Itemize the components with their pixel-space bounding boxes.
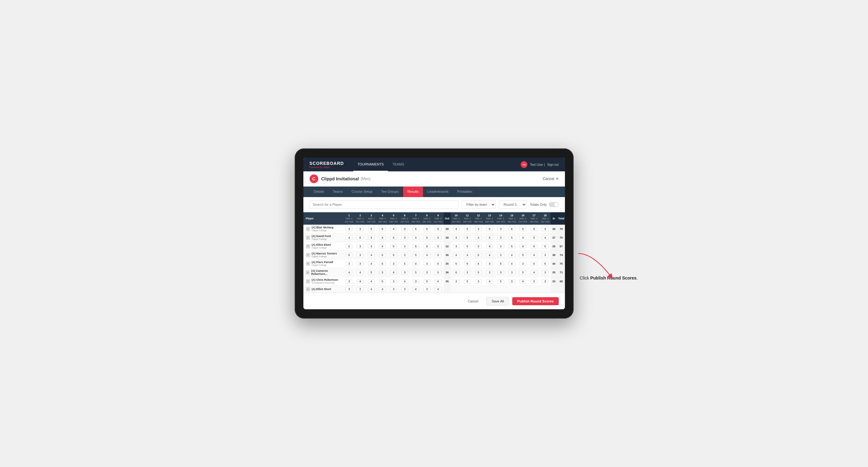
score-hole-6[interactable] [399, 225, 410, 234]
tab-leaderboards[interactable]: Leaderboards [423, 187, 453, 197]
score-hole-4[interactable] [377, 277, 388, 286]
score-input-hole-8[interactable] [424, 244, 430, 249]
score-hole-17[interactable] [528, 268, 539, 277]
score-input-hole-7[interactable] [412, 261, 419, 266]
score-hole-4[interactable] [377, 268, 388, 277]
score-hole-15[interactable] [506, 251, 518, 259]
score-input-hole-14[interactable] [497, 270, 504, 275]
score-input-hole-3[interactable] [368, 270, 375, 275]
score-input-hole-5[interactable] [390, 236, 397, 240]
score-input-hole-10[interactable] [453, 244, 460, 249]
score-hole-9[interactable] [433, 268, 444, 277]
score-hole-10[interactable] [451, 242, 462, 251]
score-hole-5[interactable] [388, 242, 399, 251]
score-input-hole-16[interactable] [519, 244, 526, 249]
score-hole-17[interactable] [528, 286, 539, 293]
score-input-hole-17[interactable] [530, 270, 537, 275]
score-input-hole-16[interactable] [519, 270, 526, 275]
score-hole-11[interactable] [462, 242, 473, 251]
score-input-hole-12[interactable] [475, 227, 482, 231]
score-hole-6[interactable] [399, 259, 410, 268]
score-hole-1[interactable] [344, 259, 355, 268]
nav-teams[interactable]: TEAMS [388, 158, 408, 172]
score-input-hole-9[interactable] [435, 270, 442, 275]
score-hole-3[interactable] [366, 234, 377, 242]
score-input-hole-7[interactable] [412, 270, 419, 275]
score-input-hole-6[interactable] [401, 279, 408, 284]
score-input-hole-5[interactable] [390, 244, 397, 249]
score-hole-1[interactable] [344, 286, 355, 293]
score-hole-16[interactable] [518, 286, 529, 293]
score-input-hole-6[interactable] [401, 287, 408, 291]
score-hole-4[interactable] [377, 225, 388, 234]
score-hole-15[interactable] [506, 234, 518, 242]
score-input-hole-8[interactable] [424, 236, 430, 240]
score-hole-5[interactable] [388, 268, 399, 277]
score-hole-18[interactable] [539, 259, 551, 268]
score-hole-4[interactable] [377, 234, 388, 242]
score-hole-14[interactable] [495, 286, 506, 293]
score-hole-3[interactable] [366, 259, 377, 268]
score-input-hole-8[interactable] [424, 287, 430, 291]
score-input-hole-17[interactable] [530, 279, 537, 284]
score-input-hole-9[interactable] [435, 236, 442, 240]
score-input-hole-18[interactable] [542, 279, 549, 284]
score-hole-15[interactable] [506, 277, 518, 286]
score-input-hole-16[interactable] [519, 227, 526, 231]
score-hole-15[interactable] [506, 268, 518, 277]
score-hole-17[interactable] [528, 234, 539, 242]
score-hole-7[interactable] [410, 259, 422, 268]
score-hole-13[interactable] [484, 242, 495, 251]
score-hole-7[interactable] [410, 225, 422, 234]
score-hole-11[interactable] [462, 277, 473, 286]
score-input-hole-17[interactable] [530, 261, 537, 266]
score-hole-17[interactable] [528, 225, 539, 234]
score-input-hole-3[interactable] [368, 253, 375, 257]
score-input-hole-3[interactable] [368, 227, 375, 231]
score-input-hole-11[interactable] [464, 227, 471, 231]
score-hole-9[interactable] [433, 242, 444, 251]
score-hole-13[interactable] [484, 277, 495, 286]
score-hole-3[interactable] [366, 251, 377, 259]
score-input-hole-16[interactable] [519, 279, 526, 284]
score-input-hole-5[interactable] [390, 227, 397, 231]
score-input-hole-4[interactable] [379, 227, 386, 231]
score-hole-2[interactable] [354, 277, 366, 286]
score-hole-4[interactable] [377, 242, 388, 251]
score-input-hole-10[interactable] [453, 253, 460, 257]
score-input-hole-18[interactable] [542, 227, 549, 231]
score-hole-14[interactable] [495, 225, 506, 234]
score-hole-18[interactable] [539, 277, 551, 286]
score-input-hole-2[interactable] [357, 279, 364, 284]
score-input-hole-11[interactable] [464, 244, 471, 249]
tab-course-setup[interactable]: Course Setup [347, 187, 377, 197]
score-input-hole-15[interactable] [508, 270, 515, 275]
score-hole-8[interactable] [422, 225, 433, 234]
score-input-hole-17[interactable] [530, 227, 537, 231]
score-hole-7[interactable] [410, 234, 422, 242]
score-input-hole-3[interactable] [368, 287, 375, 291]
score-hole-1[interactable] [344, 277, 355, 286]
score-hole-4[interactable] [377, 286, 388, 293]
score-input-hole-6[interactable] [401, 227, 408, 231]
score-input-hole-8[interactable] [424, 261, 430, 266]
score-hole-13[interactable] [484, 286, 495, 293]
score-input-hole-1[interactable] [345, 279, 352, 284]
score-input-hole-18[interactable] [542, 261, 549, 266]
score-input-hole-8[interactable] [424, 270, 430, 275]
score-hole-8[interactable] [422, 268, 433, 277]
score-input-hole-12[interactable] [475, 270, 482, 275]
score-input-hole-4[interactable] [379, 244, 386, 249]
score-hole-2[interactable] [354, 268, 366, 277]
score-hole-8[interactable] [422, 277, 433, 286]
score-input-hole-4[interactable] [379, 253, 386, 257]
score-input-hole-14[interactable] [497, 253, 504, 257]
score-hole-11[interactable] [462, 286, 473, 293]
score-hole-15[interactable] [506, 225, 518, 234]
score-input-hole-8[interactable] [424, 279, 430, 284]
score-hole-11[interactable] [462, 225, 473, 234]
score-hole-11[interactable] [462, 268, 473, 277]
score-hole-16[interactable] [518, 277, 529, 286]
score-hole-11[interactable] [462, 251, 473, 259]
score-input-hole-15[interactable] [508, 244, 515, 249]
